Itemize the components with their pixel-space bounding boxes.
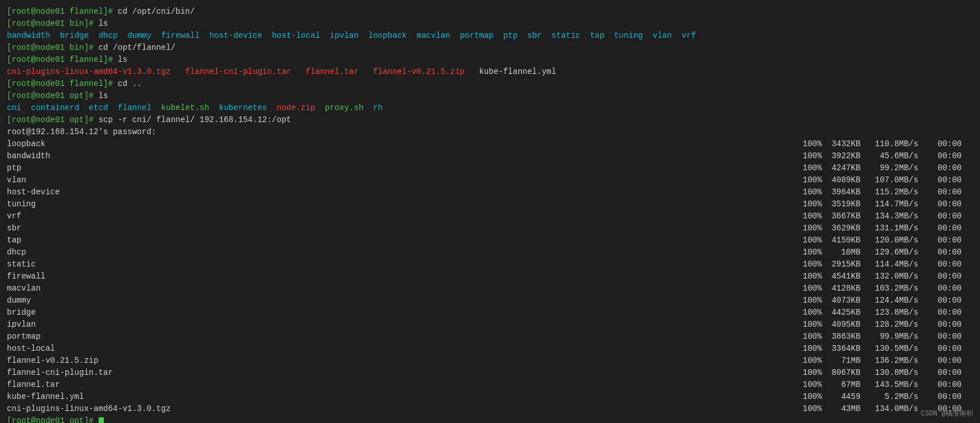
transfer-row: tuning100% 3519KB 114.7MB/s 00:00: [7, 198, 973, 210]
cmd-line-5: [root@node01 flannel]# cd ..: [7, 78, 973, 90]
ls-flannel-output: cni-plugins-linux-amd64-v1.3.0.tgz flann…: [7, 66, 973, 78]
transfer-row: dhcp100% 10MB 129.6MB/s 00:00: [7, 246, 973, 258]
transfer-row: portmap100% 3863KB 99.9MB/s 00:00: [7, 331, 973, 343]
cmd-line-1: [root@node01 flannel]# cd /opt/cni/bin/: [7, 6, 973, 18]
transfer-row: dummy100% 4073KB 124.4MB/s 00:00: [7, 295, 973, 307]
transfer-row: firewall100% 4541KB 132.0MB/s 00:00: [7, 271, 973, 283]
transfer-lines: loopback100% 3432KB 110.8MB/s 00:00bandw…: [7, 138, 973, 415]
watermark: CSDN @橘淮南积: [921, 409, 973, 418]
transfer-row: bridge100% 4425KB 123.8MB/s 00:00: [7, 307, 973, 319]
transfer-row: ptp100% 4247KB 99.2MB/s 00:00: [7, 162, 973, 174]
transfer-row: static100% 2915KB 114.4MB/s 00:00: [7, 258, 973, 271]
ls-cni-output: bandwidth bridge dhcp dummy firewall hos…: [7, 30, 973, 42]
ls-opt-output: cni containerd etcd flannel kubelet.sh k…: [7, 102, 973, 114]
transfer-row: bandwidth100% 3922KB 45.6MB/s 00:00: [7, 150, 973, 162]
transfer-row: ipvlan100% 4095KB 128.2MB/s 00:00: [7, 319, 973, 331]
last-prompt: [root@node01 opt]#: [7, 415, 973, 423]
cursor: [99, 417, 104, 423]
transfer-row: loopback100% 3432KB 110.8MB/s 00:00: [7, 138, 973, 150]
transfer-row: flannel-v0.21.5.zip100% 71MB 136.2MB/s 0…: [7, 355, 973, 367]
transfer-row: host-local100% 3364KB 130.5MB/s 00:00: [7, 343, 973, 355]
cmd-line-2: [root@node01 bin]# ls: [7, 18, 973, 30]
cmd-line-3: [root@node01 bin]# cd /opt/flannel/: [7, 42, 973, 54]
transfer-row: tap100% 4159KB 120.0MB/s 00:00: [7, 234, 973, 246]
cmd-line-7: [root@node01 opt]# scp -r cni/ flannel/ …: [7, 114, 973, 126]
transfer-row: sbr100% 3629KB 131.1MB/s 00:00: [7, 222, 973, 234]
password-prompt: root@192.168.154.12's password:: [7, 126, 973, 138]
transfer-row: vrf100% 3667KB 134.3MB/s 00:00: [7, 210, 973, 222]
transfer-row: vlan100% 4089KB 107.0MB/s 00:00: [7, 174, 973, 186]
transfer-row: host-device100% 3964KB 115.2MB/s 00:00: [7, 186, 973, 198]
transfer-row: flannel.tar100% 67MB 143.5MB/s 00:00: [7, 379, 973, 391]
cmd-line-6: [root@node01 opt]# ls: [7, 90, 973, 102]
transfer-row: cni-plugins-linux-amd64-v1.3.0.tgz100% 4…: [7, 403, 973, 415]
terminal: [root@node01 flannel]# cd /opt/cni/bin/ …: [7, 6, 973, 423]
transfer-row: macvlan100% 4128KB 103.2MB/s 00:00: [7, 283, 973, 295]
transfer-row: flannel-cni-plugin.tar100% 8067KB 130.8M…: [7, 367, 973, 379]
cmd-line-4: [root@node01 flannel]# ls: [7, 54, 973, 66]
transfer-row: kube-flannel.yml100% 4459 5.2MB/s 00:00: [7, 391, 973, 403]
